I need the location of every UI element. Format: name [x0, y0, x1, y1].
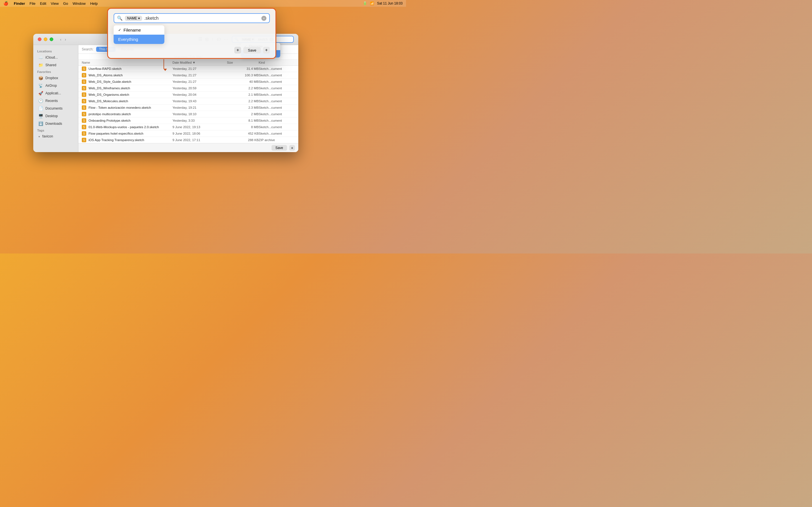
- wifi-icon: 📶: [370, 1, 374, 5]
- file-size: 40 MB: [227, 80, 259, 83]
- table-row[interactable]: S Web_DS_Atoms.sketch Yesterday, 21:27 1…: [79, 72, 298, 78]
- sidebar-item-shared[interactable]: 📁 Shared: [35, 61, 77, 69]
- file-kind: Sketch...cument: [259, 106, 295, 109]
- file-size: 288 KB: [227, 138, 259, 142]
- menubar-app-name[interactable]: Finder: [14, 1, 25, 6]
- file-kind: Sketch...cument: [259, 119, 295, 122]
- file-size: 2.1 MB: [227, 93, 259, 96]
- sidebar-item-recents[interactable]: 🕐 Recents: [35, 97, 77, 105]
- save-button-large[interactable]: Save: [243, 47, 261, 54]
- col-size[interactable]: Size: [227, 61, 259, 64]
- save-button-window[interactable]: Save: [271, 145, 287, 151]
- menubar-file[interactable]: File: [30, 1, 36, 6]
- table-row[interactable]: S iOS App Tracking Transparency.sketch 9…: [79, 137, 298, 143]
- table-row[interactable]: S Flow - Token autorización monedero.ske…: [79, 105, 298, 111]
- file-name-cell: S Userflow-RAPD.sketch: [82, 66, 172, 71]
- table-row[interactable]: S Web_DS_Molecules.sketch Yesterday, 19:…: [79, 98, 298, 105]
- menubar-left: 🍎 Finder File Edit View Go Window Help: [3, 1, 98, 6]
- sidebar-item-airdrop[interactable]: 📡 AirDrop: [35, 82, 77, 89]
- plus-button-window[interactable]: +: [289, 145, 295, 151]
- file-name: Web_DS_Style_Guide.sketch: [89, 80, 131, 83]
- col-name[interactable]: Name: [82, 61, 172, 64]
- table-row[interactable]: S Web_DS_Style_Guide.sketch Yesterday, 2…: [79, 78, 298, 85]
- close-button[interactable]: [38, 38, 42, 41]
- col-date[interactable]: Date Modified ▼: [172, 61, 227, 64]
- file-icon: S: [82, 105, 86, 110]
- menubar-window[interactable]: Window: [72, 1, 86, 6]
- traffic-lights: [38, 38, 53, 41]
- sidebar-item-icloud[interactable]: ☁️ iCloud...: [35, 54, 77, 61]
- file-name-cell: S Onboarding Prototype.sketch: [82, 118, 172, 123]
- table-row[interactable]: S Onboarding Prototype.sketch Yesterday,…: [79, 117, 298, 124]
- file-name: Flow paquetes hotel específico.sketch: [89, 132, 143, 135]
- table-row[interactable]: S Flow paquetes hotel específico.sketch …: [79, 130, 298, 137]
- dropdown-filename-large[interactable]: ✓ Filename: [114, 25, 164, 35]
- content-area: Locations ☁️ iCloud... 📁 Shared Favorite…: [33, 45, 298, 152]
- table-row[interactable]: S Userflow-RAPD.sketch Yesterday, 21:27 …: [79, 66, 298, 72]
- table-row[interactable]: S Web_DS_Wireframes.sketch Yesterday, 20…: [79, 85, 298, 92]
- sidebar-item-applications[interactable]: 🚀 Applicati...: [35, 90, 77, 97]
- plus-button-large[interactable]: +: [263, 47, 270, 54]
- popup-bottom-row: + Save +: [114, 47, 270, 54]
- file-size: 8 MB: [227, 125, 259, 129]
- sidebar-item-favicon[interactable]: ● favicon: [35, 133, 77, 140]
- forward-button[interactable]: ›: [64, 37, 67, 42]
- clear-button-large[interactable]: ×: [261, 16, 266, 21]
- file-name: Web_DS_Wireframes.sketch: [89, 87, 130, 90]
- file-kind: Sketch...cument: [259, 80, 295, 83]
- file-icon: S: [82, 66, 86, 71]
- shared-icon: 📁: [38, 63, 43, 67]
- file-name: Web_DS_Organisms.sketch: [89, 93, 129, 96]
- sidebar-item-documents[interactable]: 📄 Documents: [35, 105, 77, 112]
- file-name-cell: S Web_DS_Molecules.sketch: [82, 99, 172, 103]
- file-name: Web_DS_Molecules.sketch: [89, 100, 128, 103]
- menubar-view[interactable]: View: [51, 1, 59, 6]
- popup-arrow: [163, 59, 164, 70]
- add-button-large[interactable]: +: [234, 47, 241, 54]
- table-row[interactable]: S Web_DS_Organisms.sketch Yesterday, 20:…: [79, 92, 298, 98]
- file-icon: S: [82, 86, 86, 91]
- file-date: Yesterday, 20:59: [172, 87, 227, 90]
- sidebar-item-desktop[interactable]: 🖥️ Desktop: [35, 112, 77, 120]
- documents-icon: 📄: [38, 106, 43, 111]
- menubar-edit[interactable]: Edit: [40, 1, 46, 6]
- file-size: 2 MB: [227, 112, 259, 116]
- file-name: Web_DS_Atoms.sketch: [89, 73, 123, 77]
- table-row[interactable]: S prototipo multicontrato.sketch Yesterd…: [79, 111, 298, 117]
- menubar-help[interactable]: Help: [90, 1, 98, 6]
- search-text-large: .sketch: [144, 16, 259, 21]
- dropbox-icon: 📦: [38, 76, 43, 80]
- file-table: Name Date Modified ▼ Size Kind S Userflo: [79, 60, 298, 143]
- battery-icon: 🔋: [363, 1, 367, 5]
- menubar-right: 🔋 📶 Sat 11 Jun 18:03: [363, 1, 403, 5]
- sidebar-item-dropbox[interactable]: 📦 Dropbox: [35, 74, 77, 82]
- search-icon: 🔍: [117, 15, 123, 21]
- file-kind: Sketch...cument: [259, 132, 295, 135]
- apple-menu[interactable]: 🍎: [3, 1, 8, 6]
- large-search-bar[interactable]: 🔍 NAME ▾ .sketch ×: [114, 13, 270, 23]
- col-kind[interactable]: Kind: [259, 61, 295, 64]
- minimize-button[interactable]: [44, 38, 47, 41]
- back-button[interactable]: ‹: [59, 37, 63, 42]
- name-badge-large[interactable]: NAME ▾: [125, 16, 142, 21]
- menubar: 🍎 Finder File Edit View Go Window Help 🔋…: [0, 0, 406, 7]
- favicon-tag-icon: ●: [38, 135, 40, 138]
- file-list-area: Search: This Mac Recents Searching "This…: [79, 45, 298, 152]
- file-kind: Sketch...cument: [259, 93, 295, 96]
- file-icon: S: [82, 112, 86, 116]
- sidebar-section-tags: Tags: [33, 128, 78, 133]
- file-size: 31.4 MB: [227, 67, 259, 70]
- bottom-toolbar: Save +: [79, 143, 298, 152]
- maximize-button[interactable]: [50, 38, 53, 41]
- nav-arrows: ‹ ›: [59, 37, 67, 42]
- sidebar-item-downloads[interactable]: ⬇️ Downloads: [35, 120, 77, 127]
- menubar-go[interactable]: Go: [63, 1, 68, 6]
- file-name: 01.0-Web-Mockups-vuelos - paquetes 2.0.s…: [89, 125, 159, 129]
- file-name: Flow - Token autorización monedero.sketc…: [89, 106, 151, 109]
- file-icon: S: [82, 138, 86, 142]
- menubar-time: Sat 11 Jun 18:03: [377, 1, 403, 5]
- dropdown-everything-large[interactable]: Everything: [114, 35, 164, 44]
- table-row[interactable]: S 01.0-Web-Mockups-vuelos - paquetes 2.0…: [79, 124, 298, 130]
- file-date: Yesterday, 21:27: [172, 67, 227, 70]
- file-date: Yesterday, 18:10: [172, 112, 227, 116]
